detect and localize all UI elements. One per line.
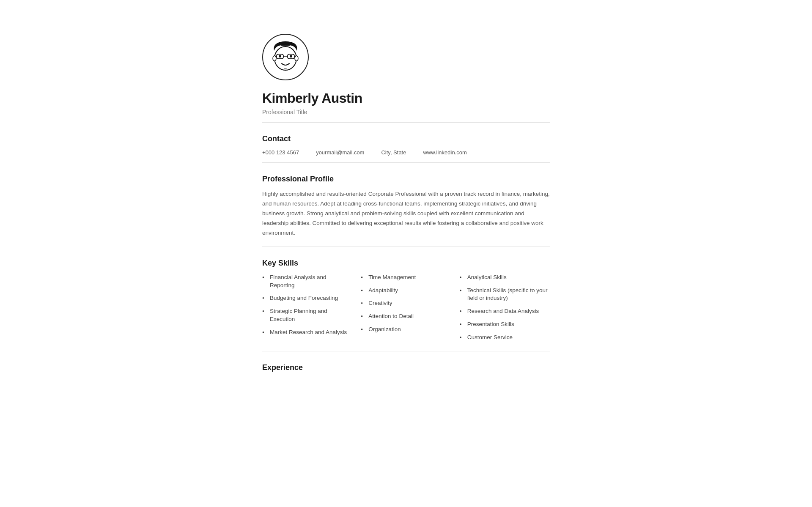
skill-item: Organization xyxy=(361,326,451,334)
skills-divider xyxy=(262,351,550,351)
professional-title: Professional Title xyxy=(262,109,550,115)
avatar-section xyxy=(262,34,550,80)
skill-item: Attention to Detail xyxy=(361,312,451,321)
skill-item: Customer Service xyxy=(460,334,550,342)
contact-section: Contact +000 123 4567 yourmail@mail.com … xyxy=(262,134,550,163)
skill-item: Financial Analysis and Reporting xyxy=(262,274,352,290)
skills-column-3: Analytical Skills Technical Skills (spec… xyxy=(460,274,550,347)
svg-point-1 xyxy=(273,56,276,61)
skills-column-1: Financial Analysis and Reporting Budgeti… xyxy=(262,274,352,347)
contact-divider xyxy=(262,162,550,163)
contact-phone: +000 123 4567 xyxy=(262,149,299,156)
skill-item: Analytical Skills xyxy=(460,274,550,282)
skills-list-2: Time Management Adaptability Creativity … xyxy=(361,274,451,334)
profile-section: Professional Profile Highly accomplished… xyxy=(262,175,550,247)
svg-point-9 xyxy=(290,55,292,58)
skills-section: Key Skills Financial Analysis and Report… xyxy=(262,259,550,351)
profile-title: Professional Profile xyxy=(262,175,550,184)
contact-title: Contact xyxy=(262,134,550,143)
skill-item: Creativity xyxy=(361,299,451,307)
contact-email: yourmail@mail.com xyxy=(316,149,364,156)
svg-line-6 xyxy=(274,56,277,56)
name-section: Kimberly Austin Professional Title xyxy=(262,90,550,123)
skill-item: Technical Skills (specific to your field… xyxy=(460,287,550,303)
skill-item: Research and Data Analysis xyxy=(460,307,550,315)
skill-item: Time Management xyxy=(361,274,451,282)
svg-point-8 xyxy=(279,55,281,58)
skill-item: Presentation Skills xyxy=(460,321,550,329)
skill-item: Budgeting and Forecasting xyxy=(262,294,352,302)
experience-title: Experience xyxy=(262,363,550,372)
full-name: Kimberly Austin xyxy=(262,90,550,106)
avatar xyxy=(262,34,309,80)
skill-item: Strategic Planning and Execution xyxy=(262,307,352,323)
contact-row: +000 123 4567 yourmail@mail.com City, St… xyxy=(262,149,550,156)
svg-line-7 xyxy=(294,56,297,56)
contact-location: City, State xyxy=(381,149,406,156)
skills-grid: Financial Analysis and Reporting Budgeti… xyxy=(262,274,550,347)
svg-point-2 xyxy=(295,56,298,61)
skills-column-2: Time Management Adaptability Creativity … xyxy=(361,274,451,347)
resume-container: Kimberly Austin Professional Title Conta… xyxy=(262,34,550,473)
contact-linkedin: www.linkedin.com xyxy=(423,149,466,156)
profile-divider xyxy=(262,247,550,247)
skill-item: Market Research and Analysis xyxy=(262,329,352,337)
skills-title: Key Skills xyxy=(262,259,550,268)
profile-text: Highly accomplished and results-oriented… xyxy=(262,189,550,238)
skill-item: Adaptability xyxy=(361,287,451,295)
skills-list-3: Analytical Skills Technical Skills (spec… xyxy=(460,274,550,342)
skills-list-1: Financial Analysis and Reporting Budgeti… xyxy=(262,274,352,337)
experience-section: Experience xyxy=(262,363,550,372)
name-divider xyxy=(262,122,550,123)
